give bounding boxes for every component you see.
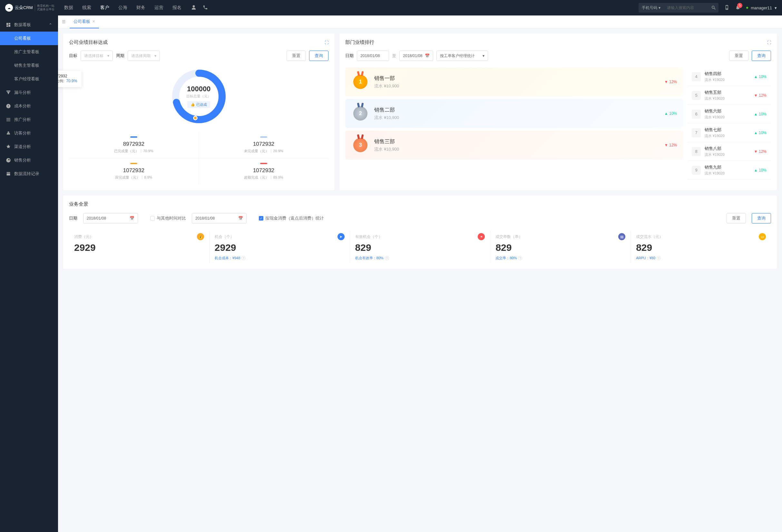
top-navbar: ☁ 云朵CRM 教育机构一站式服务云平台 数据线索客户公海财务运营报名 手机号码… [0, 0, 782, 15]
bell-icon[interactable]: 5 [735, 5, 740, 11]
rank-card-1[interactable]: 1销售一部流水 ¥10,900▼ 12% [345, 67, 683, 96]
tab-company-board[interactable]: 公司看板 ✕ [70, 15, 99, 28]
nav-item-6[interactable]: 报名 [173, 5, 181, 11]
chevron-up-icon: ⌃ [49, 23, 52, 27]
rank-card-2[interactable]: 2销售二部流水 ¥10,900▲ 10% [345, 99, 683, 128]
logo-subtitle: 教育机构一站式服务云平台 [35, 4, 55, 11]
metric-card: 消费（元）💰2929 [69, 230, 210, 263]
query-button[interactable]: 查询 [752, 213, 771, 223]
metric-icon: ▭ [759, 233, 766, 240]
overview-date1-input[interactable]: 2018/01/08📅 [83, 213, 138, 223]
overview-date2-input[interactable]: 2018/01/08📅 [192, 213, 247, 223]
logo: ☁ 云朵CRM 教育机构一站式服务云平台 [5, 4, 55, 11]
mobile-icon[interactable] [724, 5, 730, 11]
help-icon[interactable]: ? [656, 256, 661, 260]
goal-card-title: 公司业绩目标达成 [69, 39, 108, 45]
expand-icon[interactable]: ⛶ [325, 40, 328, 45]
help-icon[interactable]: ? [385, 256, 389, 260]
expand-icon[interactable]: ⛶ [767, 40, 771, 45]
search-button[interactable] [709, 3, 718, 12]
sidebar-item-1[interactable]: 成本分析 [0, 99, 58, 113]
donut-total: 100000 [187, 85, 211, 93]
reset-button[interactable]: 重置 [726, 213, 746, 223]
nav-item-5[interactable]: 运营 [154, 5, 164, 11]
query-button[interactable]: 查询 [752, 50, 771, 61]
rank-card-3[interactable]: 3销售三部流水 ¥10,900▼ 12% [345, 131, 683, 159]
sidebar-item-2[interactable]: 推广分析 [0, 113, 58, 127]
search-type-select[interactable]: 手机号码▾ [639, 5, 664, 11]
goal-stat: 1072932应完成量（元）8.9% [69, 158, 199, 184]
period-select[interactable]: 请选择周期▾ [128, 50, 160, 61]
close-icon[interactable]: ✕ [92, 19, 95, 24]
cash-checkbox[interactable]: ✓ 按现金消费（返点后消费）统计 [259, 215, 324, 221]
metric-card: 有效机会（个）✶829机会有效率：80% ? [350, 230, 491, 263]
help-icon[interactable]: ? [518, 256, 522, 260]
sidebar: 数据看板 ⌃ 公司看板推广主管看板销售主管看板客户经理看板 漏斗分析成本分析推广… [0, 15, 58, 532]
rank-item-7[interactable]: 7销售七部流水 ¥19020▲ 10% [687, 123, 771, 142]
date-from-input[interactable]: 2018/01/08 [357, 50, 389, 61]
calendar-icon: 📅 [238, 216, 243, 220]
rank-item-6[interactable]: 6销售六部流水 ¥19020▲ 10% [687, 105, 771, 123]
sidebar-sub-3[interactable]: 客户经理看板 [0, 72, 58, 86]
nav-item-0[interactable]: 数据 [64, 5, 73, 11]
date-label: 日期 [345, 53, 354, 59]
donut-total-label: 目标总量（元） [186, 94, 211, 99]
query-button[interactable]: 查询 [309, 50, 328, 61]
sidebar-item-6[interactable]: 数据流转记录 [0, 167, 58, 181]
rank-item-4[interactable]: 4销售四部流水 ¥19020▲ 10% [687, 67, 771, 86]
sidebar-icon [6, 90, 11, 95]
sidebar-item-4[interactable]: 渠道分析 [0, 140, 58, 153]
thumbs-up-icon: 👍 [190, 103, 195, 107]
metric-icon: ✶ [478, 233, 485, 240]
rank-item-9[interactable]: 9销售九部流水 ¥19020▲ 10% [687, 161, 771, 180]
sidebar-sub-2[interactable]: 销售主管看板 [0, 59, 58, 72]
medal-icon: 2 [352, 105, 369, 122]
search-box: 手机号码▾ [639, 3, 718, 12]
checkbox-checked-icon: ✓ [259, 216, 263, 220]
goal-stat: 8972932已完成量（元）70.9% [69, 132, 199, 158]
metric-icon: ➤ [337, 233, 345, 240]
metric-icon: ▤ [618, 233, 625, 240]
logo-brand: 云朵CRM [15, 5, 33, 11]
sidebar-icon [6, 131, 11, 136]
date-label: 日期 [69, 215, 77, 221]
nav-item-2[interactable]: 客户 [100, 5, 109, 11]
target-label: 目标 [69, 53, 77, 59]
help-icon[interactable]: ? [242, 256, 246, 260]
nav-item-1[interactable]: 线索 [82, 5, 91, 11]
target-select[interactable]: 请选择目标▾ [80, 50, 113, 61]
cloud-icon: ☁ [5, 4, 13, 11]
stat-by-select[interactable]: 按工单客户经理统计▾ [436, 50, 488, 61]
sidebar-icon [6, 158, 11, 163]
status-dot-icon [746, 7, 748, 9]
checkbox-icon [150, 216, 155, 220]
nav-item-4[interactable]: 财务 [136, 5, 145, 11]
sidebar-item-3[interactable]: 访客分析 [0, 127, 58, 140]
sidebar-icon [6, 117, 11, 122]
sidebar-sub-0[interactable]: 公司看板 [0, 32, 58, 45]
date-to-input[interactable]: 2018/01/08📅 [399, 50, 433, 61]
period-label: 周期 [116, 53, 125, 59]
goal-stat: 1072932未完成量（元）20.9% [199, 132, 329, 158]
user-icon[interactable] [191, 5, 196, 11]
chart-tooltip: 1072932 所占比例:70.9% [58, 71, 81, 87]
reset-button[interactable]: 重置 [287, 50, 306, 61]
calendar-icon: 📅 [130, 216, 134, 220]
nav-item-3[interactable]: 公海 [118, 5, 127, 11]
main-nav: 数据线索客户公海财务运营报名 [64, 5, 181, 11]
overview-title: 业务全景 [69, 201, 771, 207]
user-menu[interactable]: manager11▾ [746, 5, 777, 10]
metric-icon: 💰 [197, 233, 204, 240]
compare-checkbox[interactable]: 与其他时间对比 [150, 215, 186, 221]
search-input[interactable] [664, 5, 709, 10]
sidebar-toggle-icon[interactable]: ☰ [62, 19, 66, 24]
phone-icon[interactable] [203, 5, 208, 11]
sidebar-sub-1[interactable]: 推广主管看板 [0, 45, 58, 59]
date-separator: 至 [392, 53, 396, 59]
rank-item-5[interactable]: 5销售五部流水 ¥19020▼ 12% [687, 86, 771, 105]
reset-button[interactable]: 重置 [729, 50, 748, 61]
sidebar-parent-databoard[interactable]: 数据看板 ⌃ [0, 18, 58, 32]
sidebar-item-0[interactable]: 漏斗分析 [0, 86, 58, 99]
rank-item-8[interactable]: 8销售八部流水 ¥19020▼ 12% [687, 142, 771, 161]
sidebar-item-5[interactable]: 销售分析 [0, 153, 58, 167]
